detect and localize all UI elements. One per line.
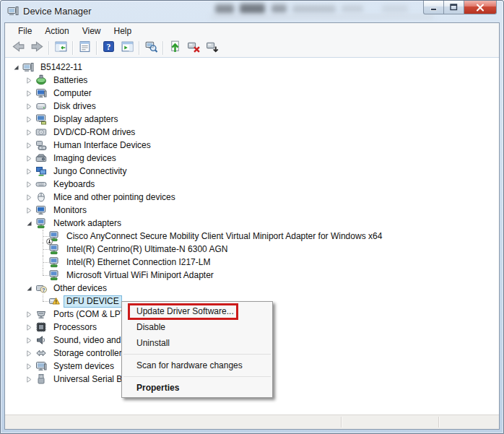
- close-button[interactable]: [464, 1, 497, 14]
- toolbar-separator: [96, 41, 97, 55]
- context-menu-item-update-driver-software[interactable]: Update Driver Software...: [122, 303, 272, 319]
- tree-item[interactable]: Network adapters: [5, 217, 499, 230]
- tree-item[interactable]: Microsoft Virtual WiFi Miniport Adapter: [5, 269, 499, 282]
- tree-item-label: Keyboards: [51, 178, 97, 191]
- toolbar-update-driver-button[interactable]: [165, 39, 184, 56]
- tree-item-label: Disk drives: [51, 100, 99, 113]
- tree-item-label: Ports (COM & LPT): [51, 308, 131, 321]
- tree-item-label: Jungo Connectivity: [51, 165, 129, 178]
- tree-item[interactable]: Mice and other pointing devices: [5, 191, 499, 204]
- tree-item-label: Mice and other pointing devices: [51, 191, 178, 204]
- tree-item-label: Human Interface Devices: [51, 139, 154, 152]
- tree-connector: [38, 269, 48, 282]
- expand-collapsed-icon[interactable]: [25, 77, 35, 84]
- tree-item-label: Display adapters: [51, 113, 121, 126]
- expand-collapsed-icon[interactable]: [25, 311, 35, 318]
- network-adapter-icon: [48, 256, 60, 268]
- network-icon: [35, 217, 47, 229]
- menu-bar: FileActionViewHelp: [5, 23, 499, 38]
- expand-collapsed-icon[interactable]: [25, 337, 35, 344]
- display-icon: [35, 113, 47, 125]
- context-menu-item-uninstall[interactable]: Uninstall: [122, 335, 272, 351]
- tree-item-label: Intel(R) Centrino(R) Ultimate-N 6300 AGN: [64, 243, 230, 256]
- expand-collapsed-icon[interactable]: [25, 207, 35, 214]
- tree-item[interactable]: Cisco AnyConnect Secure Mobility Client …: [5, 230, 499, 243]
- expand-collapsed-icon[interactable]: [25, 116, 35, 123]
- tree-item-label: Monitors: [51, 204, 90, 217]
- toolbar-help-button[interactable]: ?: [99, 39, 118, 56]
- context-menu-item-properties[interactable]: Properties: [122, 380, 272, 396]
- toolbar-forward-button[interactable]: [27, 39, 46, 56]
- expand-collapsed-icon[interactable]: [25, 103, 35, 110]
- context-menu: Update Driver Software...DisableUninstal…: [121, 301, 273, 398]
- toolbar-uninstall-device-button[interactable]: [184, 39, 203, 56]
- expand-expanded-icon[interactable]: [12, 64, 22, 71]
- tree-item[interactable]: Human Interface Devices: [5, 139, 499, 152]
- expand-expanded-icon[interactable]: [25, 285, 35, 292]
- hid-icon: [35, 139, 47, 151]
- tree-item[interactable]: Keyboards: [5, 178, 499, 191]
- toolbar-properties-button[interactable]: [75, 39, 94, 56]
- toolbar-show-action-pane-button[interactable]: [118, 39, 136, 56]
- show-action-pane-icon: [121, 40, 134, 56]
- expand-collapsed-icon[interactable]: [25, 350, 35, 357]
- context-menu-item-disable[interactable]: Disable: [122, 319, 272, 335]
- network-adapter-icon: [48, 230, 60, 242]
- device-manager-window: Device Manager FileActionViewHelp ? B514…: [0, 0, 504, 434]
- tree-item[interactable]: Imaging devices: [5, 152, 499, 165]
- expand-collapsed-icon[interactable]: [25, 129, 35, 136]
- tree-item[interactable]: ?Other devices: [5, 282, 499, 295]
- menu-file[interactable]: File: [12, 24, 38, 38]
- expand-collapsed-icon[interactable]: [25, 324, 35, 331]
- window-controls: [423, 1, 497, 14]
- tree-item[interactable]: Batteries: [5, 74, 499, 87]
- expand-collapsed-icon[interactable]: [25, 142, 35, 149]
- mouse-icon: [35, 191, 47, 203]
- maximize-button[interactable]: [444, 1, 464, 14]
- toolbar-separator: [162, 41, 163, 55]
- menu-view[interactable]: View: [76, 24, 108, 38]
- tree-item[interactable]: Jungo Connectivity: [5, 165, 499, 178]
- tree-item-label: Network adapters: [51, 217, 124, 230]
- tree-item[interactable]: Disk drives: [5, 100, 499, 113]
- tree-item[interactable]: Intel(R) Centrino(R) Ultimate-N 6300 AGN: [5, 243, 499, 256]
- tree-item[interactable]: DVD/CD-ROM drives: [5, 126, 499, 139]
- toolbar-disable-device-button[interactable]: [203, 39, 222, 56]
- statusbar-divider: [341, 417, 342, 428]
- back-icon: [12, 40, 25, 56]
- tree-item-label: Storage controllers: [51, 347, 129, 360]
- tree-connector: [38, 243, 48, 256]
- storage-icon: [35, 347, 47, 359]
- toolbar-separator: [72, 41, 73, 55]
- expand-collapsed-icon[interactable]: [25, 90, 35, 97]
- svg-text:?: ?: [42, 287, 45, 293]
- menu-help[interactable]: Help: [108, 24, 139, 38]
- toolbar-scan-hardware-button[interactable]: [142, 39, 160, 56]
- toolbar-back-button[interactable]: [9, 39, 27, 56]
- tree-item[interactable]: B51422-11: [5, 61, 499, 74]
- expand-expanded-icon[interactable]: [25, 220, 35, 227]
- toolbar-show-console-tree-button[interactable]: [51, 39, 70, 56]
- context-menu-item-label: Properties: [136, 383, 179, 393]
- tree-item-label: B51422-11: [38, 61, 85, 74]
- titlebar[interactable]: Device Manager: [1, 1, 503, 22]
- tree-item[interactable]: Monitors: [5, 204, 499, 217]
- context-menu-item-scan-for-hardware-changes[interactable]: Scan for hardware changes: [122, 357, 272, 373]
- expand-collapsed-icon[interactable]: [25, 376, 35, 383]
- blur-artifact: [215, 4, 234, 14]
- tree-item[interactable]: Computer: [5, 87, 499, 100]
- context-menu-separator: [123, 376, 271, 377]
- tree-item[interactable]: Intel(R) Ethernet Connection I217-LM: [5, 256, 499, 269]
- expand-collapsed-icon[interactable]: [25, 363, 35, 370]
- expand-collapsed-icon[interactable]: [25, 194, 35, 201]
- menu-action[interactable]: Action: [38, 24, 75, 38]
- expand-collapsed-icon[interactable]: [25, 168, 35, 175]
- expand-collapsed-icon[interactable]: [25, 155, 35, 162]
- minimize-button[interactable]: [423, 1, 444, 14]
- tree-item[interactable]: Display adapters: [5, 113, 499, 126]
- computer-root-icon: [22, 61, 34, 73]
- blur-artifact: [342, 5, 363, 12]
- svg-text:?: ?: [106, 43, 110, 52]
- expand-collapsed-icon[interactable]: [25, 181, 35, 188]
- toolbar-separator: [48, 41, 49, 55]
